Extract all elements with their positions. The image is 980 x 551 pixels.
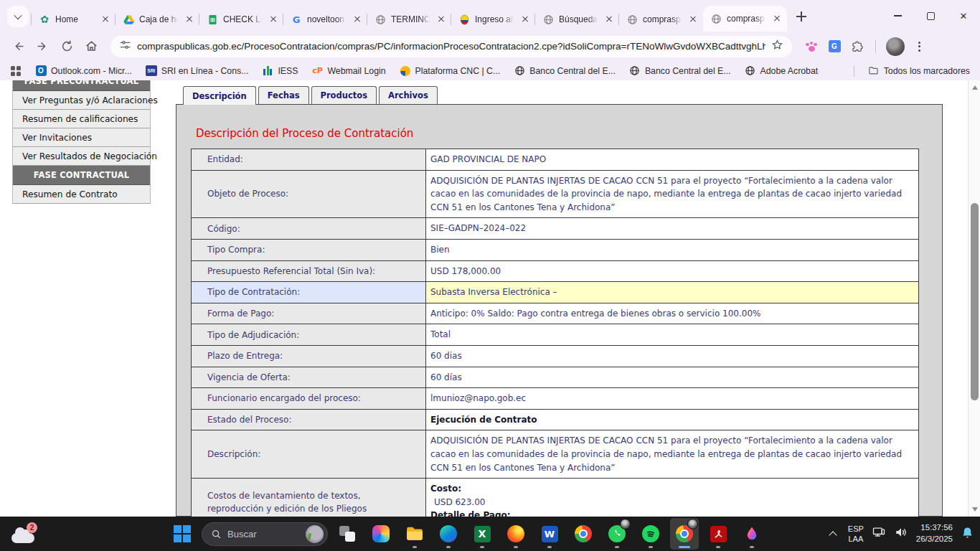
close-icon[interactable] — [687, 14, 699, 25]
globe-icon — [710, 13, 722, 24]
scrollbar-thumb[interactable] — [971, 203, 979, 400]
sidebar-item-preguntas[interactable]: Ver Preguntas y/ó Aclaraciones — [13, 91, 150, 110]
table-row-adjudicacion: Tipo de Adjudicación: Total — [192, 324, 918, 346]
spotify-button[interactable] — [636, 518, 665, 550]
paint-button[interactable] — [738, 518, 766, 550]
translate-icon[interactable]: G — [826, 39, 842, 55]
scroll-down-arrow-icon[interactable] — [969, 504, 980, 515]
tab-productos[interactable]: Productos — [311, 86, 377, 104]
browser-tab-home[interactable]: ✿ Home — [32, 7, 116, 32]
table-row-plazo: Plazo de Entrega: 60 dias — [192, 346, 918, 367]
row-value: Anticipo: 0% Saldo: Pago contra entrega … — [426, 303, 918, 324]
vertical-scrollbar[interactable] — [968, 80, 980, 517]
browser-toolbar: compraspublicas.gob.ec/ProcesoContrataci… — [0, 32, 980, 61]
bookmark-banco-central-2[interactable]: Banco Central del E... — [629, 65, 731, 77]
browser-tab-busqueda[interactable]: Búsqueda — [535, 7, 619, 32]
browser-tab-comprasp-1[interactable]: comprasp — [619, 7, 703, 32]
close-icon[interactable] — [352, 14, 363, 25]
reload-button[interactable] — [56, 36, 77, 57]
close-icon[interactable] — [268, 14, 279, 25]
bookmark-banco-central-1[interactable]: Banco Central del E... — [514, 65, 616, 77]
clock[interactable]: 15:37:56 26/3/2025 — [916, 522, 953, 545]
acrobat-button[interactable] — [704, 518, 732, 550]
tab-search-button[interactable] — [7, 6, 29, 27]
bookmark-cnc[interactable]: Plataforma CNC | C... — [400, 65, 501, 77]
extensions-puzzle-icon[interactable] — [849, 39, 865, 55]
table-row-objeto: Objeto de Proceso: ADQUISICIÓN DE PLANTA… — [192, 171, 918, 219]
bookmark-iess[interactable]: IESS — [262, 65, 298, 77]
url-bar[interactable]: compraspublicas.gob.ec/ProcesoContrataci… — [110, 36, 792, 57]
bookmark-adobe[interactable]: Adobe Acrobat — [745, 65, 819, 77]
tray-time: 15:37:56 — [916, 522, 953, 534]
taskbar-search[interactable]: Buscar — [202, 522, 328, 546]
file-explorer-icon — [405, 524, 424, 543]
notification-bell-icon[interactable] — [961, 526, 974, 542]
tray-chevron-icon[interactable] — [827, 527, 840, 540]
volume-icon[interactable] — [894, 525, 908, 542]
apps-grid-icon[interactable] — [10, 65, 22, 77]
table-row-vigencia: Vigencia de Oferta: 60 días — [192, 367, 918, 389]
chrome-active-button[interactable] — [670, 518, 699, 550]
minimize-button[interactable] — [881, 0, 914, 32]
bookmarks-bar: O Outlook.com - Micr... SRI SRI en Línea… — [0, 61, 980, 80]
divider — [854, 65, 854, 77]
language-indicator[interactable]: ESP LAA — [848, 524, 864, 545]
forward-button[interactable] — [32, 36, 53, 57]
tab-fechas[interactable]: Fechas — [258, 86, 309, 104]
browser-tab-noveltoon[interactable]: G noveltoon — [283, 7, 367, 32]
copilot-button[interactable] — [367, 518, 395, 550]
word-button[interactable]: W — [535, 518, 564, 550]
tab-label: noveltoon — [307, 14, 347, 24]
sidebar-item-calificaciones[interactable]: Resumen de calificaciones — [13, 110, 150, 128]
file-explorer-button[interactable] — [400, 518, 429, 550]
page-title: Descripción del Proceso de Contratación — [196, 127, 942, 140]
network-display-icon[interactable] — [872, 525, 886, 542]
bookmark-outlook[interactable]: O Outlook.com - Micr... — [35, 65, 132, 77]
sidebar-item-invitaciones[interactable]: Ver Invitaciones — [13, 128, 150, 147]
new-tab-button[interactable] — [791, 6, 811, 27]
close-icon[interactable] — [519, 14, 531, 25]
browser-tab-sheets[interactable]: CHECK LIS — [199, 7, 283, 32]
tab-descripcion[interactable]: Descripción — [183, 86, 256, 105]
task-view-button[interactable] — [333, 518, 362, 550]
all-bookmarks-button[interactable]: Todos los marcadores — [868, 65, 970, 77]
bookmark-star-icon[interactable] — [771, 39, 783, 54]
chrome-button[interactable] — [569, 518, 598, 550]
browser-menu-icon[interactable] — [912, 39, 926, 55]
profile-avatar[interactable] — [886, 37, 905, 56]
bookmark-sri[interactable]: SRI SRI en Línea - Cons... — [146, 65, 249, 77]
browser-tab-termino[interactable]: TERMINO — [367, 7, 451, 32]
tray-date: 26/3/2025 — [916, 534, 953, 545]
excel-button[interactable]: X — [468, 518, 496, 550]
whatsapp-button[interactable] — [603, 518, 631, 550]
close-icon[interactable] — [184, 14, 195, 25]
bookmark-webmail[interactable]: cP Webmail Login — [311, 65, 385, 77]
home-button[interactable] — [80, 36, 102, 57]
dark-globe-icon — [514, 65, 525, 77]
tab-archivos[interactable]: Archivos — [379, 86, 438, 104]
close-icon[interactable] — [603, 14, 615, 25]
back-button[interactable] — [7, 36, 29, 57]
start-button[interactable] — [168, 518, 197, 550]
globe-icon — [542, 14, 554, 25]
window-close-button[interactable] — [947, 0, 980, 32]
close-icon[interactable] — [100, 14, 111, 25]
maximize-button[interactable] — [914, 0, 947, 32]
sidebar-item-negociacion[interactable]: Ver Resultados de Negociación — [13, 147, 150, 166]
edge-button[interactable] — [434, 518, 463, 550]
detalle-pago-label: Detalle de Pago: — [430, 509, 511, 517]
scroll-up-arrow-icon[interactable] — [969, 82, 980, 93]
cloud-notification-icon[interactable]: 2 — [11, 522, 37, 545]
url-text[interactable]: compraspublicas.gob.ec/ProcesoContrataci… — [137, 41, 765, 52]
browser-tab-drive[interactable]: Caja de he — [116, 7, 199, 32]
pink-paw-extension-icon[interactable] — [804, 39, 819, 55]
close-icon[interactable] — [435, 14, 447, 25]
close-icon[interactable] — [771, 13, 783, 24]
browser-tab-ingreso[interactable]: Ingreso al — [451, 7, 535, 32]
firefox-button[interactable] — [501, 518, 530, 550]
site-settings-icon[interactable] — [119, 39, 131, 54]
table-row-descripcion: Descripción: ADQUISICIÓN DE PLANTAS INJE… — [192, 430, 918, 479]
browser-tab-comprasp-active[interactable]: comprasp — [703, 6, 787, 32]
sidebar-item-contrato[interactable]: Resumen de Contrato — [13, 185, 150, 204]
tab-label: CHECK LIS — [223, 14, 263, 24]
